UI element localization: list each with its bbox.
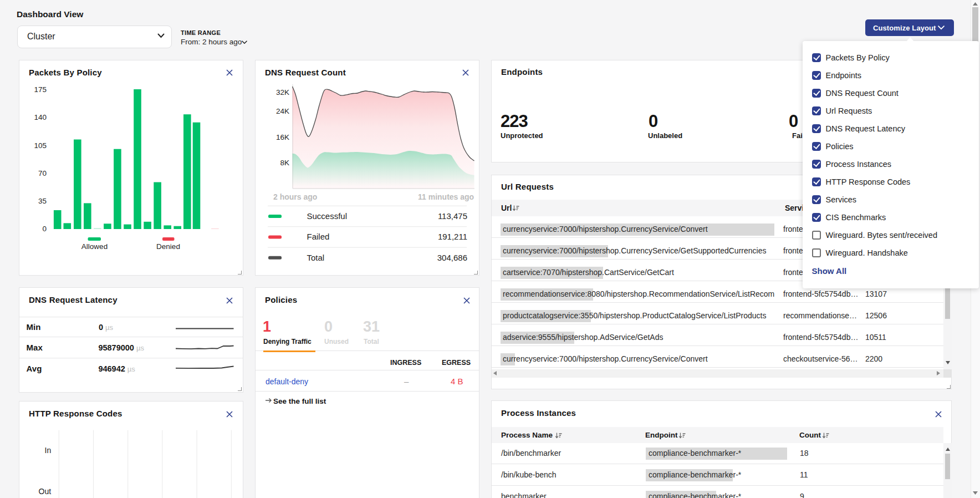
svg-text:95879000 µs: 95879000 µs (98, 343, 144, 352)
svg-text:140: 140 (34, 113, 47, 121)
svg-text:304,686: 304,686 (437, 253, 467, 262)
svg-text:Total: Total (307, 253, 325, 262)
svg-text:0: 0 (42, 225, 47, 233)
svg-text:16K: 16K (276, 133, 289, 141)
svg-text:Denied: Denied (156, 242, 180, 251)
svg-text:191,211: 191,211 (438, 232, 467, 241)
svg-text:24K: 24K (276, 107, 289, 115)
svg-text:Min: Min (27, 322, 41, 332)
svg-text:In: In (45, 446, 52, 455)
svg-text:Allowed: Allowed (81, 242, 108, 251)
svg-text:8K: 8K (280, 159, 289, 167)
svg-text:0 µs: 0 µs (99, 323, 114, 332)
svg-text:70: 70 (38, 169, 47, 177)
svg-text:Successful: Successful (307, 211, 348, 221)
svg-text:35: 35 (38, 197, 47, 205)
svg-text:Max: Max (27, 343, 43, 352)
svg-text:Failed: Failed (307, 232, 330, 241)
svg-text:32K: 32K (276, 88, 289, 96)
svg-text:Out: Out (39, 487, 52, 496)
svg-text:175: 175 (34, 85, 47, 94)
svg-text:113,475: 113,475 (438, 211, 467, 221)
svg-text:946942 µs: 946942 µs (98, 364, 135, 373)
svg-text:Avg: Avg (27, 364, 42, 373)
svg-text:105: 105 (34, 141, 47, 150)
